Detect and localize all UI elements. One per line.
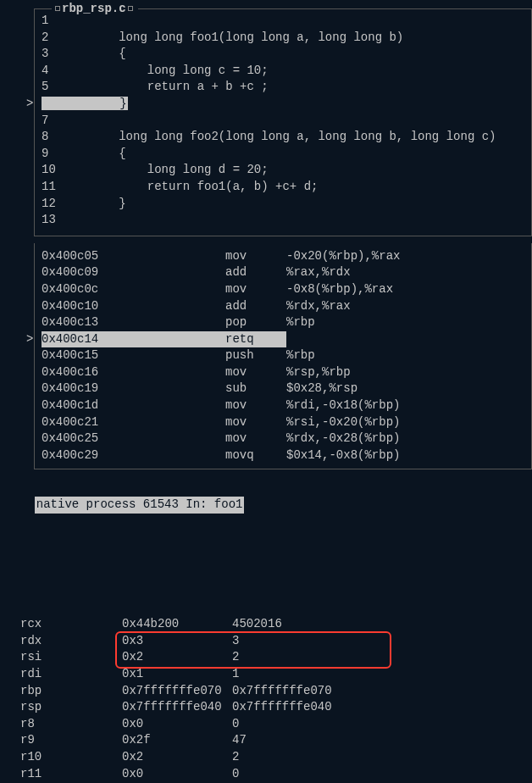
source-line: 13 (42, 212, 524, 229)
current-asm-pointer-icon: > (26, 331, 33, 348)
source-line: 7 (42, 113, 524, 130)
current-line-pointer-icon: > (26, 96, 33, 113)
register-row: r100x22 (20, 749, 527, 766)
source-line: 10 long long d = 20; (42, 162, 524, 179)
source-line: >6 } (42, 96, 524, 113)
asm-line: 0x400c29 movq$0x14,-0x8(%rbp) (42, 447, 524, 464)
source-line: 2 long long foo1(long long a, long long … (42, 30, 524, 47)
asm-line: 0x400c10 add%rdx,%rax (42, 298, 524, 315)
tty-pane[interactable]: native process 61543 In: foo1 rcx0x44b20… (15, 476, 532, 783)
source-line: 9 { (42, 146, 524, 163)
asm-line: 0x400c25 mov%rdx,-0x28(%rbp) (42, 430, 524, 447)
register-row: rdi0x11 (20, 666, 527, 683)
source-line: 4 long long c = 10; (42, 63, 524, 80)
register-row: rsi0x22 (20, 649, 527, 666)
asm-pane: 0x400c05 mov-0x20(%rbp),%rax0x400c09 add… (34, 243, 532, 470)
asm-line: 0x400c19 sub$0x28,%rsp (42, 380, 524, 397)
asm-line: 0x400c15 push%rbp (42, 347, 524, 364)
asm-line: 0x400c13 pop%rbp (42, 314, 524, 331)
register-row: r110x00 (20, 766, 527, 783)
asm-line: >0x400c14 retq (42, 331, 524, 348)
source-line: 3 { (42, 46, 524, 63)
source-line: 1 (42, 13, 524, 30)
asm-line: 0x400c1d mov%rdi,-0x18(%rbp) (42, 397, 524, 414)
asm-line: 0x400c09 add%rax,%rdx (42, 264, 524, 281)
asm-line: 0x400c16 mov%rsp,%rbp (42, 364, 524, 381)
register-row: rsp0x7fffffffe0400x7fffffffe040 (20, 699, 527, 716)
asm-line: 0x400c05 mov-0x20(%rbp),%rax (42, 248, 524, 265)
register-row: rdx0x33 (20, 633, 527, 650)
source-line: 12 } (42, 196, 524, 213)
status-line: native process 61543 In: foo1 (35, 497, 245, 514)
asm-line: 0x400c21 mov%rsi,-0x20(%rbp) (42, 414, 524, 431)
register-row: rbp0x7fffffffe0700x7fffffffe070 (20, 683, 527, 700)
asm-line: 0x400c0c mov-0x8(%rbp),%rax (42, 281, 524, 298)
source-line: 8 long long foo2(long long a, long long … (42, 129, 524, 146)
register-row: r80x00 (20, 716, 527, 733)
source-line: 5 return a + b +c ; (42, 79, 524, 96)
source-pane: rbp_rsp.c 12 long long foo1(long long a,… (34, 8, 532, 236)
register-row: r90x2f47 (20, 732, 527, 749)
source-line: 11 return foo1(a, b) +c+ d; (42, 179, 524, 196)
register-row: rcx0x44b2004502016 (20, 616, 527, 633)
